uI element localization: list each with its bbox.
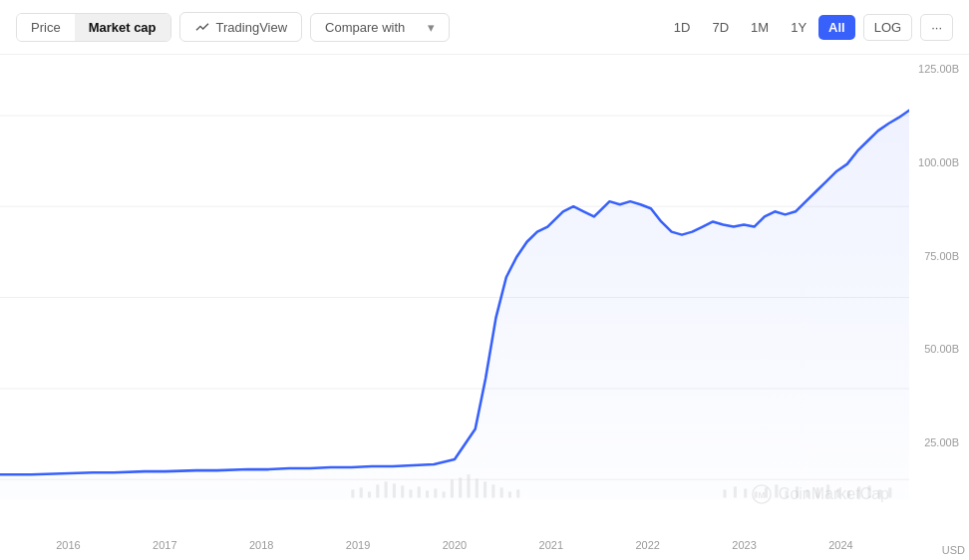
period-7d[interactable]: 7D [702, 15, 739, 40]
y-label-50: 50.00B [924, 343, 959, 355]
tradingview-button[interactable]: TradingView [179, 12, 303, 42]
market-cap-button[interactable]: Market cap [75, 14, 170, 41]
price-button[interactable]: Price [17, 14, 75, 41]
period-1y[interactable]: 1Y [781, 15, 816, 40]
compare-label: Compare with [325, 20, 405, 35]
compare-dropdown[interactable]: Compare with ▾ [310, 13, 450, 42]
period-1m[interactable]: 1M [741, 15, 779, 40]
toolbar: Price Market cap TradingView Compare wit… [0, 0, 969, 55]
coinmarketcap-logo-icon: M [751, 483, 773, 505]
view-toggle: Price Market cap [16, 13, 171, 42]
y-label-125: 125.00B [918, 63, 959, 75]
usd-label: USD [942, 544, 965, 556]
main-chart-svg [0, 55, 909, 530]
chart-area: 125.00B 100.00B 75.00B 50.00B 25.00B 201… [0, 55, 969, 560]
chart-line-icon [194, 19, 210, 35]
more-button[interactable]: ··· [920, 14, 953, 41]
x-label-2022: 2022 [635, 539, 659, 551]
x-label-2018: 2018 [249, 539, 273, 551]
x-label-2016: 2016 [56, 539, 80, 551]
chart-inner [0, 55, 909, 530]
x-axis: 2016 2017 2018 2019 2020 2021 2022 2023 … [0, 530, 909, 560]
watermark-text: CoinMarketCap [779, 485, 889, 503]
y-label-100: 100.00B [918, 156, 959, 168]
chevron-down-icon: ▾ [428, 20, 435, 35]
period-1d[interactable]: 1D [664, 15, 701, 40]
watermark: M CoinMarketCap [751, 483, 889, 505]
x-label-2017: 2017 [153, 539, 176, 551]
x-label-2023: 2023 [732, 539, 756, 551]
period-all[interactable]: All [818, 15, 855, 40]
y-label-75: 75.00B [924, 250, 959, 262]
svg-text:M: M [758, 491, 765, 500]
more-dots-icon: ··· [931, 20, 942, 35]
x-label-2021: 2021 [539, 539, 563, 551]
x-label-2024: 2024 [828, 539, 852, 551]
log-button[interactable]: LOG [863, 14, 912, 41]
y-axis: 125.00B 100.00B 75.00B 50.00B 25.00B [909, 55, 969, 530]
time-period-group: 1D 7D 1M 1Y All [664, 15, 855, 40]
tradingview-label: TradingView [216, 20, 288, 35]
x-label-2019: 2019 [346, 539, 370, 551]
x-label-2020: 2020 [443, 539, 467, 551]
chart-container: Price Market cap TradingView Compare wit… [0, 0, 969, 560]
y-label-25: 25.00B [924, 436, 959, 448]
